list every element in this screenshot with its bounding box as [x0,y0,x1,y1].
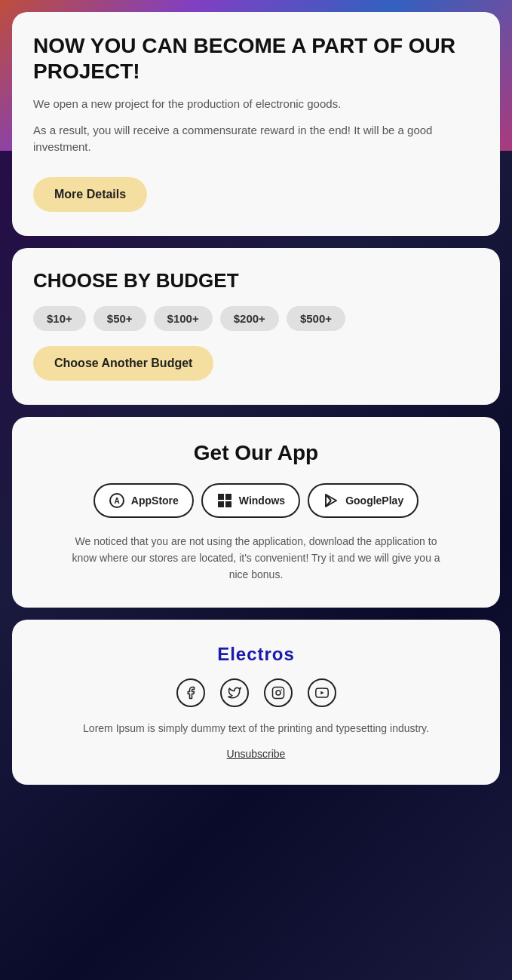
youtube-icon[interactable] [308,678,336,707]
svg-point-10 [276,691,281,695]
googleplay-button[interactable]: GooglePlay [308,483,418,518]
appstore-icon: A [109,492,125,509]
windows-button[interactable]: Windows [201,483,300,518]
twitter-icon[interactable] [220,678,249,707]
app-buttons-container: A AppStore Windows [27,483,485,518]
appstore-button[interactable]: A AppStore [94,483,194,518]
footer-card: Electros [12,620,500,785]
unsubscribe-link[interactable]: Unsubscribe [227,748,286,760]
svg-point-11 [281,689,282,691]
budget-tag-10[interactable]: $10+ [33,306,86,331]
svg-rect-2 [218,494,224,500]
googleplay-label: GooglePlay [345,495,403,507]
budget-tags-container: $10+ $50+ $100+ $200+ $500+ [33,306,479,331]
facebook-icon[interactable] [176,678,205,707]
appstore-label: AppStore [131,495,179,507]
svg-text:A: A [114,497,119,505]
windows-icon [216,492,233,509]
instagram-icon[interactable] [264,678,293,707]
choose-another-budget-button[interactable]: Choose Another Budget [33,346,213,381]
budget-tag-500[interactable]: $500+ [287,306,345,331]
app-title: Get Our App [27,441,485,465]
svg-rect-4 [218,501,224,507]
hero-desc2: As a result, you will receive a commensu… [33,122,479,156]
hero-desc1: We open a new project for the production… [33,96,479,113]
budget-title: CHOOSE BY BUDGET [33,269,479,292]
svg-rect-5 [225,501,231,507]
budget-tag-100[interactable]: $100+ [154,306,213,331]
budget-tag-50[interactable]: $50+ [94,306,146,331]
footer-text: Lorem Ipsum is simply dummy text of the … [27,721,485,737]
windows-label: Windows [239,495,285,507]
budget-tag-200[interactable]: $200+ [220,306,279,331]
googleplay-icon [323,492,339,509]
svg-marker-12 [320,691,323,695]
hero-card: NOW YOU CAN BECOME A PART OF OUR PROJECT… [12,12,500,236]
brand-name: Electros [27,644,485,665]
social-icons-container [27,678,485,707]
app-card: Get Our App A AppStore [12,417,500,608]
page-container: NOW YOU CAN BECOME A PART OF OUR PROJECT… [0,0,512,797]
hero-title: NOW YOU CAN BECOME A PART OF OUR PROJECT… [33,33,479,84]
app-description: We noticed that you are not using the ap… [68,533,445,583]
budget-card: CHOOSE BY BUDGET $10+ $50+ $100+ $200+ $… [12,248,500,405]
svg-rect-3 [225,494,231,500]
more-details-button[interactable]: More Details [33,177,147,212]
svg-rect-9 [272,687,284,698]
